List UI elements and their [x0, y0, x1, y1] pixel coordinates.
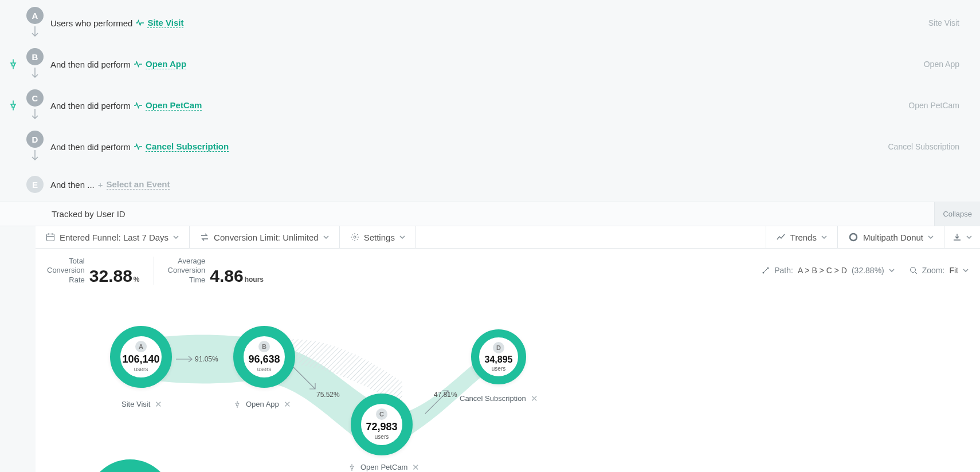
- pulse-icon: [134, 143, 142, 150]
- node-value: 72,983: [366, 421, 397, 433]
- tracked-by-label: Tracked by User ID: [52, 209, 126, 219]
- funnel-visualization[interactable]: A 106,140 users Site Visit ✕ B 96,638 us…: [36, 290, 980, 472]
- svg-point-2: [850, 234, 857, 241]
- event-link-open-petcam[interactable]: Open PetCam: [146, 100, 202, 111]
- collapse-button[interactable]: Collapse: [934, 202, 980, 226]
- step-summary: Cancel Subscription: [888, 142, 973, 151]
- zoom-picker[interactable]: Zoom: Fit: [910, 266, 969, 275]
- path-label: Path:: [774, 266, 793, 275]
- node-value: 96,638: [248, 353, 280, 365]
- metric-label-line: Rate: [47, 276, 85, 285]
- donut-icon: [848, 232, 859, 242]
- pulse-icon: [136, 19, 144, 26]
- node-value: 106,140: [122, 353, 159, 365]
- pin-icon[interactable]: [8, 59, 18, 69]
- node-label-text: Open App: [246, 400, 279, 408]
- remove-node-icon[interactable]: ✕: [531, 394, 538, 404]
- funnel-step-b: B And then did perform Open App Open App: [0, 44, 980, 85]
- path-picker[interactable]: Path: A > B > C > D (32.88%): [762, 266, 895, 275]
- metric-label-line: Time: [168, 276, 206, 285]
- funnel-step-a: A Users who performed Site Visit Site Vi…: [0, 2, 980, 44]
- event-link-cancel-subscription[interactable]: Cancel Subscription: [146, 141, 229, 152]
- funnel-node-b[interactable]: B 96,638 users: [233, 326, 295, 388]
- conversion-rate-value: 32.88: [89, 266, 132, 285]
- node-badge: A: [135, 341, 147, 352]
- chart-type-picker[interactable]: Multipath Donut: [838, 226, 944, 248]
- swap-icon: [200, 233, 209, 242]
- plus-icon: +: [98, 180, 103, 190]
- arrow-down-icon: [31, 150, 39, 163]
- visualization-panel: Total Conversion Rate 32.88% Average Con…: [36, 249, 980, 472]
- node-label-text: Open PetCam: [360, 463, 407, 471]
- search-icon: [910, 266, 918, 274]
- path-pct: (32.88%): [852, 266, 884, 275]
- pin-icon[interactable]: [348, 463, 356, 471]
- pin-icon[interactable]: [8, 100, 18, 111]
- metrics-bar: Total Conversion Rate 32.88% Average Con…: [36, 249, 980, 290]
- node-badge: B: [258, 341, 270, 352]
- settings-button[interactable]: Settings: [340, 226, 416, 248]
- funnel-node-c[interactable]: C 72,983 users: [351, 394, 413, 455]
- funnel-steps: A Users who performed Site Visit Site Vi…: [0, 0, 980, 202]
- node-users-label: users: [257, 366, 271, 372]
- funnel-node-a[interactable]: A 106,140 users: [110, 326, 172, 388]
- edge-label-bc: 75.52%: [316, 391, 340, 399]
- chevron-down-icon: [928, 235, 934, 239]
- pin-icon[interactable]: [233, 400, 241, 408]
- arrow-down-icon: [31, 68, 39, 80]
- node-badge: C: [376, 408, 387, 420]
- funnel-step-e: E And then ... + Select an Event: [0, 167, 980, 202]
- remove-node-icon[interactable]: ✕: [284, 399, 291, 410]
- metric-conversion-rate: Total Conversion Rate 32.88%: [47, 257, 154, 285]
- node-label-text: Cancel Subscription: [460, 394, 526, 403]
- pulse-icon: [134, 102, 142, 109]
- chevron-down-icon: [399, 235, 405, 239]
- node-badge: D: [493, 342, 504, 353]
- edge-label-cd: 47.81%: [434, 391, 457, 399]
- calendar-icon: [46, 233, 55, 242]
- conversion-limit-picker[interactable]: Conversion Limit: Unlimited: [190, 226, 340, 248]
- download-icon: [952, 233, 962, 242]
- conversion-rate-unit: %: [134, 276, 140, 284]
- path-controls: Path: A > B > C > D (32.88%) Zoom: Fit: [762, 266, 969, 275]
- remove-node-icon[interactable]: ✕: [155, 399, 162, 410]
- trends-button[interactable]: Trends: [766, 226, 838, 248]
- step-prefix: And then did perform: [50, 60, 131, 69]
- step-summary: Open App: [924, 60, 973, 69]
- step-prefix: Users who performed: [50, 18, 132, 28]
- step-badge-c: C: [26, 89, 44, 107]
- select-event-link[interactable]: Select an Event: [107, 179, 170, 190]
- step-summary: Open PetCam: [908, 101, 973, 110]
- step-prefix: And then did perform: [50, 142, 131, 152]
- trend-icon: [777, 234, 786, 241]
- date-range-picker[interactable]: Entered Funnel: Last 7 Days: [36, 226, 190, 248]
- edge-label-ab: 91.05%: [195, 355, 218, 363]
- node-label-d: Cancel Subscription ✕: [460, 394, 538, 404]
- node-label-a: Site Visit ✕: [121, 399, 162, 410]
- event-link-site-visit[interactable]: Site Visit: [147, 18, 183, 28]
- chevron-down-icon: [963, 269, 969, 272]
- node-label-b: Open App ✕: [233, 399, 291, 410]
- step-badge-a: A: [26, 7, 44, 24]
- step-prefix: And then ...: [50, 180, 95, 190]
- download-button[interactable]: [944, 226, 980, 248]
- conversion-time-unit: hours: [245, 276, 264, 284]
- remove-node-icon[interactable]: ✕: [412, 462, 420, 472]
- chevron-down-icon: [966, 235, 972, 239]
- metric-conversion-time: Average Conversion Time 4.86hours: [154, 257, 278, 285]
- gear-icon: [350, 233, 359, 242]
- event-link-open-app[interactable]: Open App: [146, 59, 186, 69]
- settings-label: Settings: [364, 233, 395, 242]
- svg-point-5: [910, 268, 915, 273]
- funnel-node-d[interactable]: D 34,895 users: [471, 329, 526, 384]
- zoom-value: Fit: [949, 266, 958, 275]
- toolbar: Entered Funnel: Last 7 Days Conversion L…: [36, 226, 980, 249]
- date-range-label: Entered Funnel: Last 7 Days: [60, 233, 168, 242]
- metric-label-line: Average: [168, 257, 206, 266]
- toolbar-spacer: [416, 226, 766, 248]
- funnel-step-c: C And then did perform Open PetCam Open …: [0, 85, 980, 126]
- node-users-label: users: [375, 434, 389, 440]
- conversion-limit-label: Conversion Limit: Unlimited: [214, 233, 319, 242]
- svg-rect-0: [47, 234, 54, 241]
- chevron-down-icon: [821, 235, 827, 239]
